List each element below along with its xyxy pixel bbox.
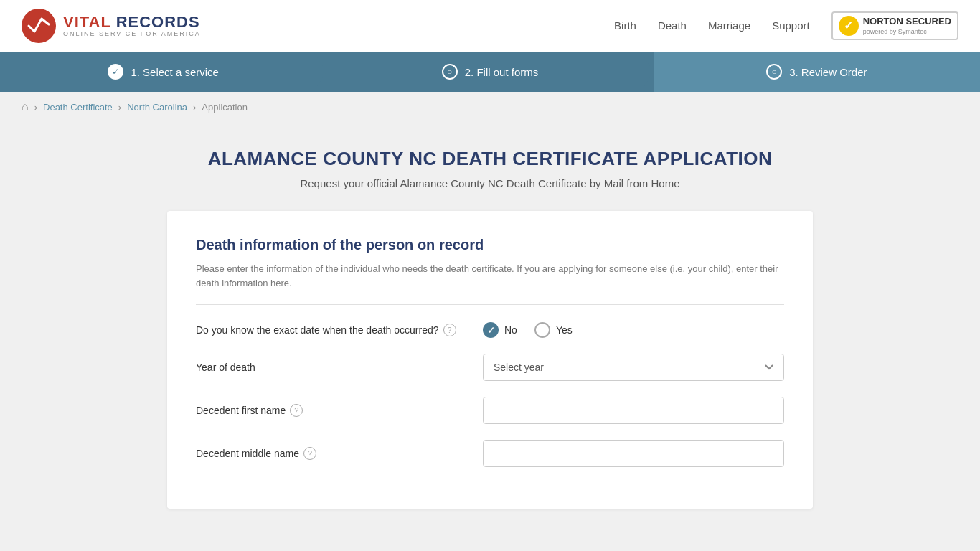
step-1-circle: ✓ bbox=[108, 64, 123, 80]
page-title-area: ALAMANCE COUNTY NC DEATH CERTIFICATE APP… bbox=[0, 122, 980, 204]
first-name-control bbox=[483, 397, 784, 424]
exact-date-label: Do you know the exact date when the deat… bbox=[196, 324, 468, 336]
breadcrumb-death-certificate[interactable]: Death Certificate bbox=[43, 102, 113, 113]
radio-no-circle bbox=[483, 322, 499, 338]
first-name-row: Decedent first name ? bbox=[196, 397, 784, 424]
form-divider bbox=[196, 304, 784, 305]
radio-yes[interactable]: Yes bbox=[534, 322, 573, 338]
logo-records: RECORDS bbox=[116, 13, 200, 31]
breadcrumb-application: Application bbox=[202, 102, 248, 113]
exact-date-row: Do you know the exact date when the deat… bbox=[196, 322, 784, 338]
decedent-first-name-input[interactable] bbox=[483, 397, 784, 424]
norton-powered-label: powered by Symantec bbox=[863, 28, 951, 37]
year-of-death-select[interactable]: Select year 2024 2023 2022 2021 2020 201… bbox=[483, 354, 784, 381]
radio-yes-circle bbox=[534, 322, 550, 338]
logo-subtitle: ONLINE SERVICE FOR AMERICA bbox=[63, 30, 201, 37]
norton-check-icon: ✓ bbox=[839, 16, 859, 36]
step-1-label: 1. Select a service bbox=[131, 66, 219, 78]
step-2[interactable]: ○ 2. Fill out forms bbox=[326, 52, 653, 92]
radio-no[interactable]: No bbox=[483, 322, 517, 338]
step-3[interactable]: ○ 3. Review Order bbox=[654, 52, 980, 92]
middle-name-help-icon[interactable]: ? bbox=[303, 447, 316, 460]
nav-birth[interactable]: Birth bbox=[614, 19, 636, 32]
form-section-title: Death information of the person on recor… bbox=[196, 237, 784, 253]
page-header: VITAL RECORDS ONLINE SERVICE FOR AMERICA… bbox=[0, 0, 980, 52]
logo-vital: VITAL bbox=[63, 13, 111, 31]
nav-death[interactable]: Death bbox=[658, 19, 687, 32]
middle-name-row: Decedent middle name ? bbox=[196, 440, 784, 467]
exact-date-control: No Yes bbox=[483, 322, 784, 338]
step-3-label: 3. Review Order bbox=[789, 66, 867, 78]
middle-name-control bbox=[483, 440, 784, 467]
page-main-title: ALAMANCE COUNTY NC DEATH CERTIFICATE APP… bbox=[14, 148, 966, 170]
exact-date-radio-group: No Yes bbox=[483, 322, 784, 338]
nav-marriage[interactable]: Marriage bbox=[708, 19, 750, 32]
norton-secured-label: NORTON SECURED bbox=[863, 16, 951, 28]
main-nav: Birth Death Marriage Support ✓ NORTON SE… bbox=[614, 11, 958, 41]
year-of-death-row: Year of death Select year 2024 2023 2022… bbox=[196, 354, 784, 381]
year-of-death-label: Year of death bbox=[196, 362, 468, 373]
step-2-label: 2. Fill out forms bbox=[465, 66, 539, 78]
breadcrumb: ⌂ › Death Certificate › North Carolina ›… bbox=[0, 92, 980, 122]
middle-name-label: Decedent middle name ? bbox=[196, 447, 468, 460]
year-select-wrapper: Select year 2024 2023 2022 2021 2020 201… bbox=[483, 354, 784, 381]
nav-support[interactable]: Support bbox=[772, 19, 810, 32]
breadcrumb-north-carolina[interactable]: North Carolina bbox=[127, 102, 187, 113]
form-card: Death information of the person on recor… bbox=[167, 211, 813, 509]
step-2-circle: ○ bbox=[442, 64, 458, 80]
form-section-desc: Please enter the information of the indi… bbox=[196, 262, 784, 290]
decedent-middle-name-input[interactable] bbox=[483, 440, 784, 467]
steps-bar: ✓ 1. Select a service ○ 2. Fill out form… bbox=[0, 52, 980, 92]
radio-no-label: No bbox=[504, 324, 517, 336]
year-of-death-control: Select year 2024 2023 2022 2021 2020 201… bbox=[483, 354, 784, 381]
norton-badge: ✓ NORTON SECURED powered by Symantec bbox=[831, 11, 958, 41]
logo-text: VITAL RECORDS ONLINE SERVICE FOR AMERICA bbox=[63, 14, 201, 37]
home-icon[interactable]: ⌂ bbox=[22, 100, 29, 113]
page-subtitle: Request your official Alamance County NC… bbox=[14, 177, 966, 189]
logo: VITAL RECORDS ONLINE SERVICE FOR AMERICA bbox=[22, 9, 201, 43]
step-3-circle: ○ bbox=[766, 64, 782, 80]
first-name-help-icon[interactable]: ? bbox=[290, 404, 303, 417]
logo-icon bbox=[22, 9, 56, 43]
radio-yes-label: Yes bbox=[556, 324, 573, 336]
exact-date-help-icon[interactable]: ? bbox=[443, 324, 456, 336]
first-name-label: Decedent first name ? bbox=[196, 404, 468, 417]
step-1[interactable]: ✓ 1. Select a service bbox=[0, 52, 326, 92]
